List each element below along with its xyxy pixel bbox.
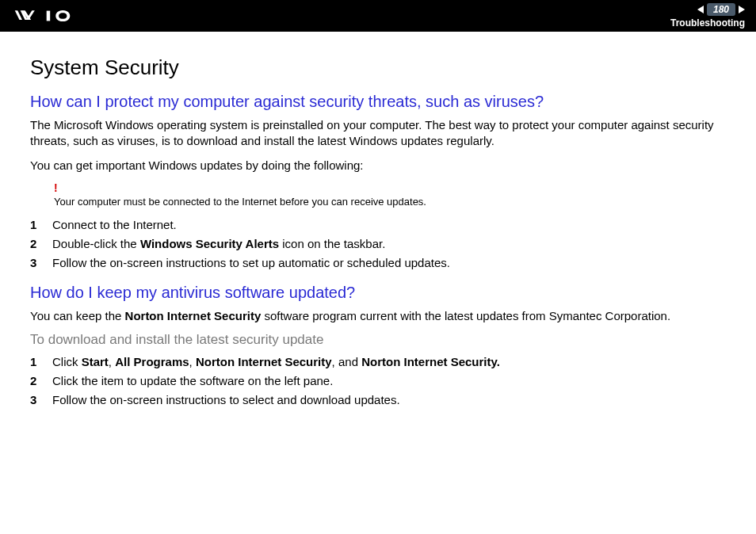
warning-text: Your computer must be connected to the I… bbox=[54, 196, 426, 208]
q2-steps: 1 Click Start, All Programs, Norton Inte… bbox=[30, 353, 726, 410]
prev-page-arrow-icon[interactable] bbox=[697, 6, 704, 13]
step-number: 2 bbox=[30, 372, 52, 391]
list-item: 3 Follow the on-screen instructions to s… bbox=[30, 254, 726, 273]
vaio-logo bbox=[11, 9, 98, 23]
step-number: 2 bbox=[30, 235, 52, 254]
list-item: 1 Connect to the Internet. bbox=[30, 216, 726, 235]
warning-note: ! Your computer must be connected to the… bbox=[54, 181, 726, 208]
list-item: 2 Double-click the Windows Security Aler… bbox=[30, 235, 726, 254]
list-item: 3 Follow the on-screen instructions to s… bbox=[30, 391, 726, 410]
list-item: 1 Click Start, All Programs, Norton Inte… bbox=[30, 353, 726, 372]
page-title: System Security bbox=[30, 55, 726, 80]
step-text: Double-click the Windows Security Alerts… bbox=[52, 235, 726, 254]
header-right: 180 Troubleshooting bbox=[670, 3, 745, 29]
exclamation-icon: ! bbox=[54, 181, 726, 194]
header-bar: 180 Troubleshooting bbox=[0, 0, 756, 32]
q2-subheading: To download and install the latest secur… bbox=[30, 332, 726, 348]
q1-steps: 1 Connect to the Internet. 2 Double-clic… bbox=[30, 216, 726, 273]
svg-rect-0 bbox=[47, 11, 51, 21]
step-text: Click the item to update the software on… bbox=[52, 372, 726, 391]
question-2-heading: How do I keep my antivirus software upda… bbox=[30, 284, 726, 302]
step-text: Follow the on-screen instructions to set… bbox=[52, 254, 726, 273]
step-number: 1 bbox=[30, 216, 52, 235]
list-item: 2 Click the item to update the software … bbox=[30, 372, 726, 391]
step-text: Connect to the Internet. bbox=[52, 216, 726, 235]
page-content: System Security How can I protect my com… bbox=[0, 32, 756, 432]
step-number: 1 bbox=[30, 353, 52, 372]
pager: 180 bbox=[697, 3, 745, 16]
next-page-arrow-icon[interactable] bbox=[739, 6, 745, 13]
question-1-heading: How can I protect my computer against se… bbox=[30, 93, 726, 111]
section-label: Troubleshooting bbox=[670, 17, 745, 29]
q2-paragraph-1: You can keep the Norton Internet Securit… bbox=[30, 308, 726, 324]
page-number-badge: 180 bbox=[707, 3, 735, 16]
q1-paragraph-1: The Microsoft Windows operating system i… bbox=[30, 117, 726, 150]
step-text: Follow the on-screen instructions to sel… bbox=[52, 391, 726, 410]
step-number: 3 bbox=[30, 391, 52, 410]
step-number: 3 bbox=[30, 254, 52, 273]
q1-paragraph-2: You can get important Windows updates by… bbox=[30, 158, 726, 174]
step-text: Click Start, All Programs, Norton Intern… bbox=[52, 353, 726, 372]
